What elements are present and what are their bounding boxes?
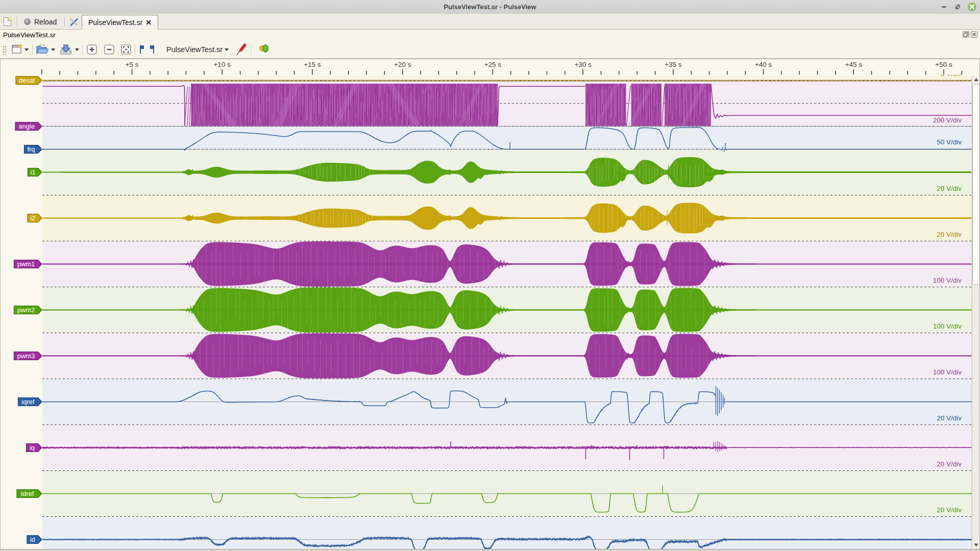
- svg-text:20 V/div: 20 V/div: [937, 185, 962, 192]
- svg-text:+25 s: +25 s: [484, 61, 502, 68]
- svg-text:idref: idref: [21, 490, 34, 497]
- svg-text:100 V/div: 100 V/div: [933, 277, 962, 284]
- svg-text:i2: i2: [30, 214, 35, 222]
- svg-text:+50 s: +50 s: [935, 61, 952, 68]
- svg-text:+40 s: +40 s: [755, 61, 772, 68]
- svg-text:pwm3: pwm3: [17, 352, 35, 360]
- svg-text:i1: i1: [30, 168, 35, 176]
- svg-text:pwm1: pwm1: [17, 260, 35, 268]
- svg-text:+15 s: +15 s: [304, 61, 321, 68]
- svg-text:20 V/div: 20 V/div: [937, 506, 962, 514]
- svg-text:iqref: iqref: [21, 398, 35, 406]
- svg-text:+45 s: +45 s: [845, 61, 863, 68]
- svg-text:desat: desat: [19, 77, 35, 84]
- svg-text:id: id: [30, 536, 35, 543]
- svg-text:angle: angle: [18, 122, 35, 130]
- svg-text:pwm2: pwm2: [17, 306, 35, 314]
- svg-text:+10 s: +10 s: [213, 61, 231, 68]
- svg-text:+20 s: +20 s: [394, 61, 411, 68]
- svg-text:iq: iq: [30, 444, 35, 452]
- svg-text:+35 s: +35 s: [665, 61, 682, 68]
- svg-text:20 V/div: 20 V/div: [937, 231, 962, 238]
- svg-text:20 V/div: 20 V/div: [937, 414, 962, 422]
- svg-text:+30 s: +30 s: [574, 61, 592, 68]
- svg-text:200 V/div: 200 V/div: [933, 116, 962, 124]
- svg-text:+5 s: +5 s: [126, 61, 139, 68]
- svg-text:50 V/div: 50 V/div: [937, 138, 962, 146]
- svg-text:20 V/div: 20 V/div: [937, 460, 962, 468]
- svg-text:100 V/div: 100 V/div: [933, 368, 962, 376]
- svg-text:frq: frq: [27, 145, 35, 153]
- svg-text:100 V/div: 100 V/div: [933, 322, 962, 330]
